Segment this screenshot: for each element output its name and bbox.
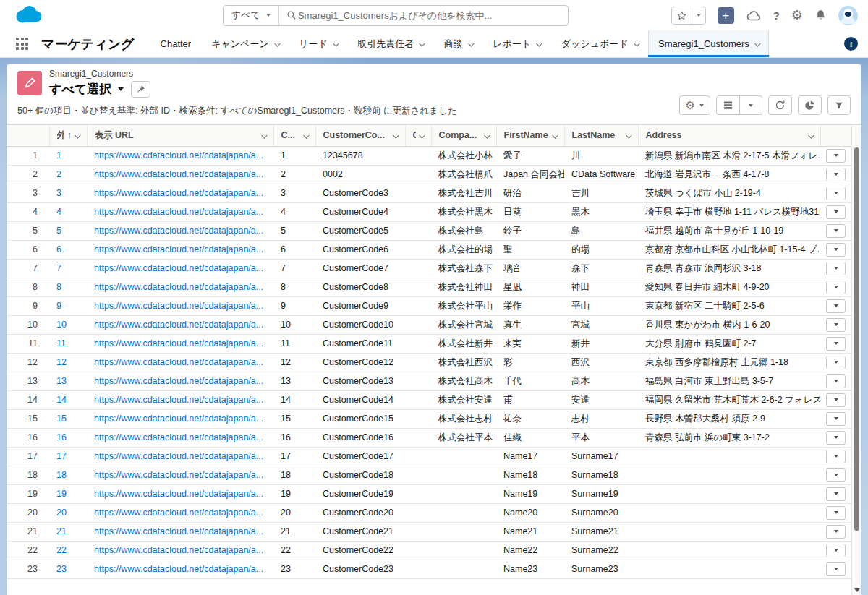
- column-header[interactable]: 表示 URL: [87, 125, 273, 146]
- search-scope-selector[interactable]: すべて: [224, 6, 279, 25]
- external-id-link[interactable]: 5: [56, 226, 61, 236]
- nav-tab[interactable]: キャンペーン: [201, 30, 289, 57]
- charts-button[interactable]: [798, 95, 822, 115]
- display-as-menu-button[interactable]: [740, 95, 762, 115]
- display-url-link[interactable]: https://www.cdatacloud.net/cdatajapan/a.…: [94, 545, 263, 555]
- row-actions-button[interactable]: [826, 374, 846, 388]
- display-url-link[interactable]: https://www.cdatacloud.net/cdatajapan/a.…: [94, 320, 263, 330]
- nav-tab[interactable]: Chatter: [150, 30, 202, 57]
- display-url-link[interactable]: https://www.cdatacloud.net/cdatajapan/a.…: [94, 244, 263, 254]
- nav-tab[interactable]: レポート: [482, 30, 550, 57]
- row-actions-button[interactable]: [826, 393, 846, 407]
- display-url-link[interactable]: https://www.cdatacloud.net/cdatajapan/a.…: [94, 282, 263, 292]
- row-actions-button[interactable]: [826, 243, 846, 257]
- external-id-link[interactable]: 6: [56, 244, 61, 254]
- external-id-link[interactable]: 7: [56, 263, 61, 273]
- external-id-link[interactable]: 10: [56, 320, 67, 330]
- scrollbar-down-arrow-icon[interactable]: [854, 588, 860, 592]
- external-id-link[interactable]: 3: [56, 188, 61, 198]
- nav-tab[interactable]: 取引先責任者: [347, 30, 434, 57]
- external-id-link[interactable]: 8: [56, 282, 61, 292]
- avatar-button[interactable]: [838, 6, 858, 25]
- nav-tab[interactable]: ダッシュボード: [551, 30, 648, 57]
- pin-list-view-button[interactable]: [131, 81, 150, 98]
- external-id-link[interactable]: 12: [56, 357, 67, 367]
- row-actions-button[interactable]: [826, 281, 846, 294]
- column-header[interactable]: LastName: [564, 125, 638, 146]
- row-actions-button[interactable]: [826, 299, 846, 313]
- display-as-button[interactable]: [716, 95, 740, 115]
- nav-tab[interactable]: リード: [289, 30, 347, 57]
- nav-tab[interactable]: 商談: [434, 30, 483, 57]
- column-header[interactable]: FirstName: [496, 125, 564, 146]
- refresh-button[interactable]: [768, 95, 792, 115]
- display-url-link[interactable]: https://www.cdatacloud.net/cdatajapan/a.…: [94, 395, 263, 405]
- column-header[interactable]: CustomerCo...: [315, 125, 405, 146]
- favorites-menu-button[interactable]: [692, 7, 705, 24]
- display-url-link[interactable]: https://www.cdatacloud.net/cdatajapan/a.…: [94, 526, 263, 536]
- notifications-button[interactable]: [814, 9, 827, 22]
- display-url-link[interactable]: https://www.cdatacloud.net/cdatajapan/a.…: [94, 376, 263, 386]
- external-id-link[interactable]: 11: [56, 338, 66, 348]
- row-actions-button[interactable]: [826, 525, 846, 539]
- display-url-link[interactable]: https://www.cdatacloud.net/cdatajapan/a.…: [94, 432, 263, 442]
- column-header[interactable]: Address: [638, 125, 820, 146]
- row-actions-button[interactable]: [826, 262, 846, 275]
- help-button[interactable]: ?: [773, 10, 780, 21]
- row-actions-button[interactable]: [826, 506, 846, 520]
- display-url-link[interactable]: https://www.cdatacloud.net/cdatajapan/a.…: [94, 226, 263, 236]
- display-url-link[interactable]: https://www.cdatacloud.net/cdatajapan/a.…: [94, 451, 263, 461]
- column-header[interactable]: C...: [405, 125, 431, 146]
- display-url-link[interactable]: https://www.cdatacloud.net/cdatajapan/a.…: [94, 207, 263, 217]
- row-actions-button[interactable]: [826, 412, 846, 426]
- external-id-link[interactable]: 19: [56, 489, 67, 499]
- column-header[interactable]: Compa...: [431, 125, 496, 146]
- scrollbar-thumb[interactable]: [854, 147, 859, 531]
- display-url-link[interactable]: https://www.cdatacloud.net/cdatajapan/a.…: [94, 357, 263, 367]
- row-actions-button[interactable]: [826, 205, 846, 219]
- external-id-link[interactable]: 15: [56, 414, 67, 424]
- favorites-button[interactable]: [672, 7, 692, 24]
- global-add-button[interactable]: +: [718, 7, 734, 24]
- display-url-link[interactable]: https://www.cdatacloud.net/cdatajapan/a.…: [94, 489, 263, 499]
- display-url-link[interactable]: https://www.cdatacloud.net/cdatajapan/a.…: [94, 564, 263, 574]
- column-header[interactable]: 外↑: [49, 125, 87, 146]
- column-header[interactable]: C...: [273, 125, 315, 146]
- list-view-selector[interactable]: すべて選択: [49, 81, 124, 98]
- global-search-input[interactable]: [298, 10, 568, 21]
- row-actions-button[interactable]: [826, 562, 846, 576]
- external-id-link[interactable]: 23: [56, 564, 67, 574]
- row-actions-button[interactable]: [826, 468, 846, 482]
- display-url-link[interactable]: https://www.cdatacloud.net/cdatajapan/a.…: [94, 263, 263, 273]
- setup-button[interactable]: ⚙: [791, 9, 803, 22]
- display-url-link[interactable]: https://www.cdatacloud.net/cdatajapan/a.…: [94, 338, 263, 348]
- display-url-link[interactable]: https://www.cdatacloud.net/cdatajapan/a.…: [94, 188, 263, 198]
- display-url-link[interactable]: https://www.cdatacloud.net/cdatajapan/a.…: [94, 169, 263, 179]
- external-id-link[interactable]: 16: [56, 432, 67, 442]
- display-url-link[interactable]: https://www.cdatacloud.net/cdatajapan/a.…: [94, 150, 263, 160]
- row-actions-button[interactable]: [826, 544, 846, 557]
- filters-button[interactable]: [827, 95, 851, 115]
- row-actions-button[interactable]: [826, 337, 846, 351]
- display-url-link[interactable]: https://www.cdatacloud.net/cdatajapan/a.…: [94, 414, 263, 424]
- cloud-button[interactable]: [746, 10, 762, 21]
- nav-tab[interactable]: Smaregi1_Customers: [648, 30, 769, 57]
- row-actions-button[interactable]: [826, 149, 846, 163]
- row-actions-button[interactable]: [826, 487, 846, 501]
- external-id-link[interactable]: 20: [56, 508, 67, 518]
- display-url-link[interactable]: https://www.cdatacloud.net/cdatajapan/a.…: [94, 470, 263, 480]
- external-id-link[interactable]: 14: [56, 395, 67, 405]
- info-icon[interactable]: i: [844, 37, 858, 51]
- display-url-link[interactable]: https://www.cdatacloud.net/cdatajapan/a.…: [94, 508, 263, 518]
- external-id-link[interactable]: 2: [56, 169, 61, 179]
- external-id-link[interactable]: 1: [56, 150, 61, 160]
- external-id-link[interactable]: 17: [56, 451, 67, 461]
- external-id-link[interactable]: 18: [56, 470, 67, 480]
- row-actions-button[interactable]: [826, 450, 846, 463]
- row-actions-button[interactable]: [826, 187, 846, 200]
- list-view-controls-button[interactable]: ⚙: [679, 95, 710, 115]
- external-id-link[interactable]: 9: [56, 301, 61, 311]
- row-actions-button[interactable]: [826, 318, 846, 332]
- app-launcher-button[interactable]: [10, 30, 34, 57]
- row-actions-button[interactable]: [826, 431, 846, 445]
